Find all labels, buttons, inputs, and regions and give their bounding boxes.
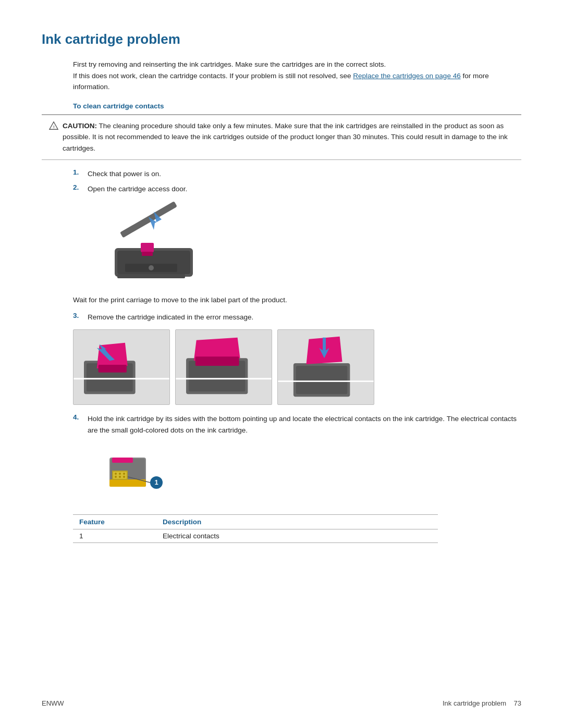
- table-header-feature: Feature: [73, 515, 156, 529]
- footer-left: ENWW: [42, 699, 64, 707]
- step-2-text: Open the cartridge access door.: [88, 183, 187, 195]
- page: Ink cartridge problem First try removing…: [0, 0, 563, 728]
- page-title: Ink cartridge problem: [42, 31, 521, 47]
- steps-1-2: 1. Check that power is on. 2. Open the c…: [73, 168, 521, 195]
- printer-illustration: [104, 201, 203, 285]
- svg-rect-26: [109, 479, 146, 487]
- table-row: 1 Electrical contacts: [73, 529, 438, 543]
- svg-rect-3: [120, 201, 177, 238]
- step-4-num: 4.: [73, 413, 82, 421]
- caution-text: CAUTION: The cleaning procedure should t…: [63, 120, 514, 154]
- svg-rect-8: [117, 274, 185, 278]
- svg-text:1: 1: [154, 478, 158, 486]
- printer-image-container: [104, 201, 521, 286]
- step-2-num: 2.: [73, 183, 82, 191]
- step-1-text: Check that power is on.: [88, 168, 161, 180]
- svg-rect-25: [112, 458, 133, 463]
- caution-box: ! CAUTION: The cleaning procedure should…: [42, 115, 521, 160]
- svg-point-33: [119, 476, 121, 478]
- step-3-container: 3. Remove the cartridge indicated in the…: [73, 312, 521, 323]
- step-3: 3. Remove the cartridge indicated in the…: [73, 312, 521, 323]
- svg-rect-4: [141, 243, 154, 252]
- intro-text-2: If this does not work, clean the cartrid…: [73, 72, 353, 80]
- svg-rect-17: [195, 356, 239, 366]
- svg-point-7: [149, 265, 154, 270]
- step-3-text: Remove the cartridge indicated in the er…: [88, 312, 253, 323]
- ink-cartridge-illustration: 1: [104, 442, 198, 504]
- svg-point-30: [119, 473, 121, 475]
- intro-text-1: First try removing and reinserting the i…: [73, 60, 386, 68]
- caution-icon: !: [49, 121, 58, 134]
- svg-point-29: [115, 473, 117, 475]
- svg-point-34: [123, 476, 125, 478]
- table-cell-feature: 1: [73, 529, 156, 543]
- table-header-description: Description: [156, 515, 438, 529]
- svg-point-31: [123, 473, 125, 475]
- caution-body: The cleaning procedure should take only …: [63, 122, 508, 152]
- cartridge-images: [73, 329, 521, 405]
- svg-point-32: [115, 476, 117, 478]
- svg-rect-20: [296, 366, 348, 394]
- intro-section: First try removing and reinserting the i…: [73, 59, 521, 93]
- step-3-num: 3.: [73, 312, 82, 319]
- table-cell-description: Electrical contacts: [156, 529, 438, 543]
- footer: ENWW Ink cartridge problem 73: [42, 699, 521, 707]
- footer-right: Ink cartridge problem 73: [443, 699, 521, 707]
- step-2: 2. Open the cartridge access door.: [73, 183, 521, 195]
- step-4: 4. Hold the ink cartridge by its sides w…: [73, 413, 521, 436]
- step-1: 1. Check that power is on.: [73, 168, 521, 180]
- cartridge-img-3: [277, 329, 374, 405]
- feature-table: Feature Description 1 Electrical contact…: [73, 514, 438, 543]
- ink-cartridge-image-container: 1: [104, 442, 521, 506]
- svg-text:!: !: [53, 125, 55, 129]
- page-number: 73: [514, 699, 521, 707]
- cartridge-img-1: [73, 329, 170, 405]
- svg-rect-12: [99, 365, 127, 373]
- svg-rect-5: [142, 252, 153, 256]
- cartridge-img-2: [175, 329, 272, 405]
- step-4-text: Hold the ink cartridge by its sides with…: [88, 413, 521, 436]
- wait-text: Wait for the print carriage to move to t…: [73, 294, 521, 306]
- section-heading: To clean cartridge contacts: [73, 102, 521, 110]
- step-4-container: 4. Hold the ink cartridge by its sides w…: [73, 413, 521, 436]
- caution-label: CAUTION:: [63, 122, 97, 130]
- step-1-num: 1.: [73, 168, 82, 176]
- footer-right-label: Ink cartridge problem: [443, 699, 506, 707]
- replace-cartridges-link[interactable]: Replace the cartridges on page 46: [353, 72, 460, 80]
